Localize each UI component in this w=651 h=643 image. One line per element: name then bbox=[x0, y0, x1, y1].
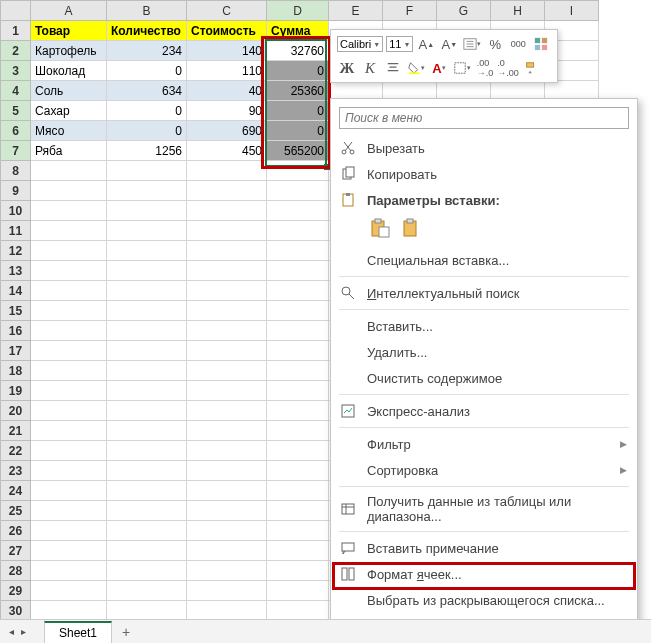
cell[interactable]: Шоколад bbox=[31, 61, 107, 81]
cell[interactable] bbox=[267, 281, 329, 301]
col-hdr-c[interactable]: C bbox=[187, 1, 267, 21]
cell[interactable] bbox=[107, 421, 187, 441]
cell[interactable] bbox=[187, 301, 267, 321]
cell[interactable] bbox=[31, 521, 107, 541]
cell[interactable] bbox=[187, 421, 267, 441]
row-hdr-11[interactable]: 11 bbox=[1, 221, 31, 241]
cell[interactable]: 140 bbox=[187, 41, 267, 61]
row-hdr-29[interactable]: 29 bbox=[1, 581, 31, 601]
cell[interactable] bbox=[267, 301, 329, 321]
row-hdr-8[interactable]: 8 bbox=[1, 161, 31, 181]
cell[interactable]: 690 bbox=[187, 121, 267, 141]
menu-clear[interactable]: Очистить содержимое bbox=[331, 365, 637, 391]
cell[interactable] bbox=[107, 341, 187, 361]
cell[interactable] bbox=[187, 401, 267, 421]
cell[interactable] bbox=[267, 181, 329, 201]
select-all-corner[interactable] bbox=[1, 1, 31, 21]
cell[interactable] bbox=[267, 481, 329, 501]
cell[interactable]: Товар bbox=[31, 21, 107, 41]
cell[interactable] bbox=[187, 181, 267, 201]
cell[interactable] bbox=[31, 361, 107, 381]
row-hdr-10[interactable]: 10 bbox=[1, 201, 31, 221]
comma-icon[interactable]: 000 bbox=[508, 34, 528, 54]
cell[interactable]: 0 bbox=[107, 121, 187, 141]
row-hdr-7[interactable]: 7 bbox=[1, 141, 31, 161]
col-hdr-h[interactable]: H bbox=[491, 1, 545, 21]
cell[interactable] bbox=[31, 161, 107, 181]
row-hdr-26[interactable]: 26 bbox=[1, 521, 31, 541]
cell[interactable] bbox=[107, 361, 187, 381]
cell[interactable] bbox=[107, 401, 187, 421]
tab-sheet1[interactable]: Sheet1 bbox=[44, 621, 112, 643]
row-hdr-1[interactable]: 1 bbox=[1, 21, 31, 41]
menu-smart-lookup[interactable]: ИИнтеллектуальный поискнтеллектуальный п… bbox=[331, 280, 637, 306]
row-hdr-13[interactable]: 13 bbox=[1, 261, 31, 281]
menu-format-cells[interactable]: Формат ячеек... bbox=[331, 561, 637, 587]
cell[interactable] bbox=[267, 501, 329, 521]
col-hdr-d[interactable]: D bbox=[267, 1, 329, 21]
cell[interactable] bbox=[187, 241, 267, 261]
menu-filter[interactable]: Фильтр ▶ bbox=[331, 431, 637, 457]
cell[interactable] bbox=[31, 201, 107, 221]
row-hdr-17[interactable]: 17 bbox=[1, 341, 31, 361]
cell[interactable] bbox=[187, 541, 267, 561]
col-hdr-e[interactable]: E bbox=[329, 1, 383, 21]
cell[interactable]: 1256 bbox=[107, 141, 187, 161]
cell-selected[interactable]: 32760 bbox=[267, 41, 329, 61]
col-hdr-b[interactable]: B bbox=[107, 1, 187, 21]
cell[interactable] bbox=[267, 581, 329, 601]
cell[interactable] bbox=[187, 161, 267, 181]
cell[interactable] bbox=[107, 381, 187, 401]
cell[interactable] bbox=[267, 321, 329, 341]
cell[interactable] bbox=[31, 421, 107, 441]
cell[interactable] bbox=[107, 201, 187, 221]
cell-selected[interactable]: 25360 bbox=[267, 81, 329, 101]
menu-cut[interactable]: Вырезать bbox=[331, 135, 637, 161]
menu-insert-comment[interactable]: Вставить примечание bbox=[331, 535, 637, 561]
cell[interactable]: Количество bbox=[107, 21, 187, 41]
menu-insert[interactable]: Вставить... bbox=[331, 313, 637, 339]
cell[interactable] bbox=[187, 581, 267, 601]
cell[interactable] bbox=[107, 441, 187, 461]
italic-button[interactable]: К bbox=[360, 58, 380, 78]
col-hdr-i[interactable]: I bbox=[545, 1, 599, 21]
row-hdr-14[interactable]: 14 bbox=[1, 281, 31, 301]
cell[interactable] bbox=[31, 281, 107, 301]
cell[interactable] bbox=[107, 261, 187, 281]
cell[interactable] bbox=[267, 221, 329, 241]
cell[interactable] bbox=[187, 521, 267, 541]
row-hdr-22[interactable]: 22 bbox=[1, 441, 31, 461]
menu-quick-analysis[interactable]: Экспресс-анализ bbox=[331, 398, 637, 424]
increase-font-icon[interactable]: A▲ bbox=[416, 34, 436, 54]
row-hdr-27[interactable]: 27 bbox=[1, 541, 31, 561]
accounting-format-icon[interactable]: ▾ bbox=[462, 34, 482, 54]
cell[interactable] bbox=[31, 301, 107, 321]
conditional-format-icon[interactable] bbox=[531, 34, 551, 54]
cell[interactable]: Картофель bbox=[31, 41, 107, 61]
row-hdr-24[interactable]: 24 bbox=[1, 481, 31, 501]
cell[interactable] bbox=[107, 221, 187, 241]
menu-paste-special[interactable]: Специальная вставка... bbox=[331, 247, 637, 273]
cell[interactable] bbox=[31, 501, 107, 521]
row-hdr-16[interactable]: 16 bbox=[1, 321, 31, 341]
cell[interactable] bbox=[187, 221, 267, 241]
cell[interactable] bbox=[31, 441, 107, 461]
cell[interactable] bbox=[187, 481, 267, 501]
cell[interactable] bbox=[267, 261, 329, 281]
cell[interactable] bbox=[267, 361, 329, 381]
cell[interactable] bbox=[107, 181, 187, 201]
decrease-font-icon[interactable]: A▼ bbox=[439, 34, 459, 54]
cell-selected[interactable]: 565200 bbox=[267, 141, 329, 161]
cell[interactable]: Сахар bbox=[31, 101, 107, 121]
cell[interactable] bbox=[31, 581, 107, 601]
font-color-icon[interactable]: A▾ bbox=[429, 58, 449, 78]
cell[interactable]: Ряба bbox=[31, 141, 107, 161]
menu-sort[interactable]: Сортировка ▶ bbox=[331, 457, 637, 483]
cell[interactable] bbox=[31, 221, 107, 241]
tab-nav-prev-icon[interactable]: ▸ bbox=[18, 626, 28, 637]
row-hdr-15[interactable]: 15 bbox=[1, 301, 31, 321]
cell[interactable] bbox=[267, 601, 329, 621]
cell[interactable]: 0 bbox=[107, 61, 187, 81]
row-hdr-25[interactable]: 25 bbox=[1, 501, 31, 521]
cell[interactable] bbox=[187, 361, 267, 381]
